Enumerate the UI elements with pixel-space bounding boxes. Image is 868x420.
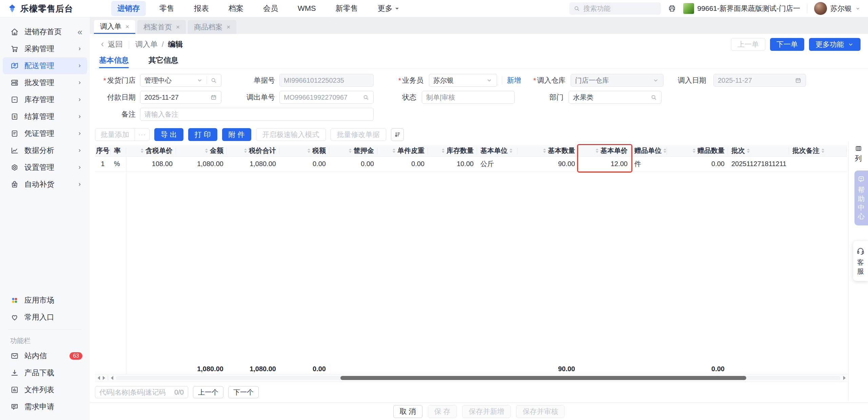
cell-tax[interactable]: 0.00 bbox=[279, 160, 329, 168]
sidebar-item-purchase[interactable]: 采购管理 bbox=[3, 40, 87, 57]
cell-base-unit[interactable]: 公斤 bbox=[477, 159, 517, 168]
cell-batch[interactable]: 202511271811211 bbox=[728, 160, 789, 168]
cancel-button[interactable]: 取 消 bbox=[393, 405, 422, 418]
col-header-batch-note[interactable]: 批次备注 bbox=[789, 145, 847, 157]
scrollbar-thumb[interactable] bbox=[340, 376, 746, 380]
shipping-store-select[interactable]: 管理中心 bbox=[140, 74, 221, 87]
menu-item-jxc[interactable]: 进销存 bbox=[111, 1, 146, 16]
attachment-button[interactable]: 附 件 bbox=[222, 128, 251, 141]
salesman-select[interactable]: 苏尔银 bbox=[429, 74, 497, 87]
col-header-gift-qty[interactable]: 赠品数量 bbox=[667, 145, 728, 157]
cell-tare[interactable]: 0.00 bbox=[377, 160, 428, 168]
batch-add-button-group[interactable]: 批量添加 ··· bbox=[95, 128, 150, 141]
sidebar-item-analytics[interactable]: 数据分析 bbox=[3, 142, 87, 159]
app-logo[interactable]: 乐檬零售后台 bbox=[7, 3, 73, 14]
cell-price-tax[interactable]: 108.00 bbox=[126, 160, 176, 168]
info-tab-basic[interactable]: 基本信息 bbox=[99, 52, 129, 68]
col-header-base-qty[interactable]: 基本数量 bbox=[517, 145, 578, 157]
sidebar-item-app-market[interactable]: 应用市场 bbox=[3, 292, 87, 309]
menu-item-retail[interactable]: 零售 bbox=[153, 1, 180, 16]
prev-doc-button[interactable]: 上一单 bbox=[731, 38, 765, 51]
in-warehouse-select[interactable]: 门店一仓库 bbox=[571, 74, 664, 87]
doc-no-input[interactable] bbox=[284, 77, 369, 84]
sidebar-item-request[interactable]: 需求申请 bbox=[3, 398, 87, 415]
col-header-basket-deposit[interactable]: 筐押金 bbox=[329, 145, 377, 157]
col-header-stock-qty[interactable]: 库存数量 bbox=[428, 145, 477, 157]
col-header-base-unit[interactable]: 基本单位 bbox=[477, 145, 517, 157]
add-salesman-link[interactable]: 新增 bbox=[507, 76, 521, 85]
sidebar-item-inbox[interactable]: 站内信63 bbox=[3, 347, 87, 364]
cell-base-price[interactable]: 12.00 bbox=[578, 160, 631, 168]
col-header-tare[interactable]: 单件皮重 bbox=[377, 145, 428, 157]
printer-icon[interactable] bbox=[668, 4, 676, 13]
cell-gift-unit[interactable]: 件 bbox=[631, 159, 667, 168]
search-icon[interactable] bbox=[650, 94, 657, 101]
sidebar-item-home[interactable]: 进销存首页« bbox=[3, 23, 87, 40]
sidebar-item-voucher[interactable]: 凭证管理 bbox=[3, 125, 87, 142]
col-header-gift-unit[interactable]: 赠品单位 bbox=[631, 145, 667, 157]
close-tab-icon[interactable]: × bbox=[125, 23, 129, 30]
cell-stock-qty[interactable]: 10.00 bbox=[428, 160, 477, 168]
cell-basket-deposit[interactable]: 0.00 bbox=[329, 160, 377, 168]
sidebar-item-replenish[interactable]: 自动补货 bbox=[3, 176, 87, 193]
save-new-button[interactable]: 保存并新增 bbox=[462, 405, 511, 418]
calendar-icon[interactable] bbox=[210, 94, 217, 101]
sidebar-item-file-list[interactable]: 文件列表 bbox=[3, 381, 87, 398]
tab-product-archive[interactable]: 商品档案× bbox=[188, 20, 236, 34]
global-search-input[interactable] bbox=[584, 5, 657, 13]
close-tab-icon[interactable]: × bbox=[176, 24, 180, 30]
cell-amount[interactable]: 1,080.00 bbox=[176, 160, 227, 168]
col-header-tax[interactable]: 税额 bbox=[279, 145, 329, 157]
collapse-sidebar-icon[interactable]: « bbox=[78, 27, 82, 36]
back-button[interactable]: 返回 bbox=[99, 39, 123, 49]
sidebar-item-wholesale[interactable]: 批发管理 bbox=[3, 74, 87, 91]
next-doc-button[interactable]: 下一单 bbox=[770, 38, 804, 51]
pay-date-input[interactable] bbox=[144, 94, 210, 101]
tab-archive-home[interactable]: 档案首页× bbox=[137, 20, 186, 34]
scroll-left-icon[interactable] bbox=[98, 376, 100, 380]
sidebar-item-settlement[interactable]: $结算管理 bbox=[3, 108, 87, 125]
global-search[interactable] bbox=[569, 2, 661, 15]
customer-service-tab[interactable]: 客服 bbox=[853, 241, 868, 281]
menu-item-more[interactable]: 更多 bbox=[372, 1, 405, 16]
batch-edit-button[interactable]: 批量修改单据 bbox=[331, 128, 386, 141]
speed-input-mode-button[interactable]: 开启极速输入模式 bbox=[256, 128, 326, 141]
batch-add-button[interactable]: 批量添加 bbox=[95, 128, 135, 141]
info-tab-other[interactable]: 其它信息 bbox=[149, 52, 178, 68]
store-switcher[interactable]: 99661-新界面果蔬版测试-门店一 bbox=[683, 3, 800, 14]
scrollbar-track[interactable] bbox=[116, 376, 841, 380]
col-header-batch[interactable]: 批次 bbox=[728, 145, 789, 157]
scroll-right-icon[interactable] bbox=[843, 376, 846, 380]
in-date-input[interactable] bbox=[718, 77, 795, 84]
pay-date-field[interactable] bbox=[140, 91, 221, 104]
menu-item-wms[interactable]: WMS bbox=[292, 2, 322, 15]
cell-rate[interactable]: % bbox=[111, 160, 126, 168]
column-sort-settings-button[interactable] bbox=[391, 128, 404, 141]
cell-gift-qty[interactable]: 0.00 bbox=[667, 160, 728, 168]
breadcrumb-parent[interactable]: 调入单 bbox=[135, 39, 158, 49]
col-header-base-price[interactable]: 基本单价 bbox=[578, 145, 631, 157]
batch-add-more-button[interactable]: ··· bbox=[135, 128, 149, 141]
sidebar-item-settings[interactable]: 设置管理 bbox=[3, 159, 87, 176]
menu-item-new-retail[interactable]: 新零售 bbox=[330, 1, 364, 16]
col-header-price-tax[interactable]: 含税单价 bbox=[126, 145, 176, 157]
cell-base-qty[interactable]: 90.00 bbox=[517, 160, 578, 168]
cell-seq[interactable]: 1 bbox=[95, 160, 111, 168]
cell-tax-total[interactable]: 1,080.00 bbox=[227, 160, 279, 168]
export-button[interactable]: 导 出 bbox=[154, 128, 183, 141]
sidebar-item-delivery[interactable]: 配送管理 bbox=[3, 57, 87, 74]
sidebar-item-product-download[interactable]: 产品下载 bbox=[3, 364, 87, 381]
search-icon[interactable] bbox=[362, 94, 369, 101]
in-date-field[interactable] bbox=[713, 74, 806, 87]
search-icon[interactable] bbox=[210, 77, 217, 84]
menu-item-archive[interactable]: 档案 bbox=[222, 1, 250, 16]
save-button[interactable]: 保 存 bbox=[428, 405, 457, 418]
sidebar-item-inventory[interactable]: 库存管理 bbox=[3, 91, 87, 108]
scroll-right-icon[interactable] bbox=[103, 376, 105, 380]
help-center-tab[interactable]: 帮助中心 bbox=[854, 171, 868, 225]
department-field[interactable] bbox=[569, 91, 662, 104]
menu-item-member[interactable]: 会员 bbox=[257, 1, 284, 16]
next-item-button[interactable]: 下一个 bbox=[228, 386, 259, 398]
remark-input[interactable] bbox=[144, 111, 369, 118]
quick-search-field[interactable]: 0/0 bbox=[95, 386, 188, 398]
